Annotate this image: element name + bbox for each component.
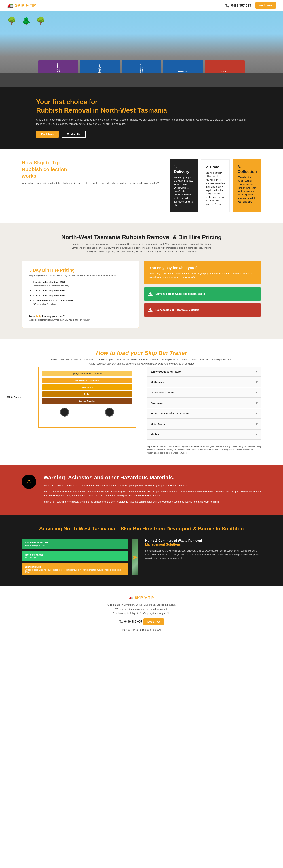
accordion-header-0[interactable]: White Goods & Furniture ▾	[147, 367, 261, 376]
asbestos-content: Warning: Asbestos and other Hazardous Ma…	[44, 474, 261, 506]
intro-book-now-button[interactable]: Book Now	[36, 130, 59, 138]
pricing-heading: North-West Tasmania Rubbish Removal & Bi…	[22, 234, 261, 241]
map-arrow-icon: ➤	[132, 553, 138, 561]
asbestos-title: Warning: Asbestos and other Hazardous Ma…	[44, 474, 261, 480]
service-section: Servicing North-West Tasmania – Skip Bin…	[0, 515, 283, 586]
load-grid: White Goods Tyres, Car Batteries, Oil & …	[22, 367, 261, 455]
pricing-left-panel: 3 Day Bin Hire Pricing All pricing below…	[22, 261, 139, 328]
accordion-panel: White Goods & Furniture ▾ Mattresses ▾ G…	[147, 367, 261, 455]
steps-row: 1. Delivery We turn up on your site with…	[170, 159, 261, 212]
service-card-free: Free Service Area No Surcharge	[22, 551, 128, 561]
intro-body: Skip Bin Hire covering Devonport, Burnie…	[36, 118, 247, 126]
pay-box-body: If you only fill the trailer 3 cubic met…	[149, 272, 255, 279]
pricing-item-3m: 3 cubic metre skip bin - $150(3 cubic me…	[33, 280, 132, 287]
skip-diagram: Tyres, Car Batteries, Oil & Paint Mattre…	[38, 367, 136, 428]
step-card-delivery: 1. Delivery We turn up on your site with…	[170, 159, 198, 212]
how-header: How Skip to Tip Rubbish collection works…	[22, 159, 261, 212]
accordion-header-6[interactable]: Timber ▾	[147, 430, 261, 439]
accordion-header-2[interactable]: Green Waste Loads ▾	[147, 388, 261, 398]
intro-heading: Your first choice for Rubbish Removal in…	[36, 98, 247, 115]
header-book-now-button[interactable]: Book Now	[255, 2, 276, 9]
footer-copyright: 2024 © Skip to Tip Rubbish Removal	[22, 628, 261, 632]
pricing-left-subtitle: All pricing below is bout yourself - 3 d…	[29, 274, 132, 277]
asbestos-warning-icon: ⚠	[22, 474, 36, 489]
accordion-list: White Goods & Furniture ▾ Mattresses ▾ G…	[147, 367, 261, 440]
chevron-down-icon: ▾	[256, 401, 257, 405]
accordion-label-1: Mattresses	[151, 381, 164, 383]
warning-green-box: ⚠ Don't mix green waste and general wast…	[144, 287, 261, 301]
warning-red-icon: ⚠	[148, 307, 152, 313]
accordion-header-1[interactable]: Mattresses ▾	[147, 377, 261, 387]
asbestos-para1: It is a basic condition of hire that no …	[44, 484, 261, 488]
accordion-header-5[interactable]: Metal Scrap ▾	[147, 419, 261, 429]
accordion-item-5: Metal Scrap ▾	[147, 419, 261, 429]
service-map: ➤	[132, 539, 138, 576]
skip-rows: Tyres, Car Batteries, Oil & Paint Mattre…	[42, 371, 132, 404]
hero-section: 🌳 🌲 🌳 Skip Bin Rentals.comVisit our webs…	[0, 11, 283, 87]
tree-icon: 🌳	[7, 17, 16, 25]
step-1-number: 1. Delivery	[174, 164, 193, 174]
chevron-down-icon: ▾	[256, 433, 257, 437]
footer-line2: We can park them anywhere, no permits re…	[22, 607, 261, 611]
step-card-load: 2. Load You fill the trailer with as muc…	[201, 159, 230, 212]
pay-box: You only pay for what you fill. If you o…	[144, 261, 261, 284]
pricing-item-6m: 6 Cubic Metre Skip bin trailer - $400(6.…	[33, 299, 132, 306]
asbestos-section: ⚠ Warning: Asbestos and other Hazardous …	[0, 465, 283, 515]
service-card-free-body: No Surcharge	[25, 557, 125, 559]
intro-buttons: Book Now Contact Us	[36, 130, 247, 138]
accordion-header-4[interactable]: Tyres, Car Batteries, Oil & Paint ▾	[147, 409, 261, 418]
service-card-extended-title: Extended Service Area	[25, 541, 125, 544]
step-2-body: You fill the trailer with as much as you…	[206, 171, 225, 206]
header-phone: 0499 587 025	[231, 4, 251, 7]
wheel-right	[105, 408, 114, 416]
accordion-item-6: Timber ▾	[147, 430, 261, 440]
accordion-header-3[interactable]: Cardboard ▾	[147, 398, 261, 408]
load-section: How to load your Skip Bin Trailer Below …	[0, 339, 283, 465]
service-heading: Servicing North-West Tasmania – Skip Bin…	[22, 526, 261, 532]
service-card-limited-body: Outside of these areas we provide limite…	[25, 569, 125, 573]
pricing-item-5m: 5 cubic metre skip bin - $350	[33, 294, 132, 298]
accordion-item-2: Green Waste Loads ▾	[147, 388, 261, 398]
footer: 🚛 SKIP ➤ TIP Skip bin hire in Devonport,…	[0, 586, 283, 638]
skip-wheels	[42, 408, 132, 416]
skip-row-2: Mattresses & Card Board	[42, 378, 132, 383]
service-right-heading: Home & Commercial Waste RemovalManagemen…	[145, 539, 261, 547]
warning-green-text: Don't mix green waste and general waste	[155, 292, 205, 295]
accordion-label-6: Timber	[151, 433, 159, 436]
service-right-body: Servicing: Devonport, Ulverstone, Latrob…	[145, 549, 261, 560]
load-diagram-wrapper: White Goods Tyres, Car Batteries, Oil & …	[22, 367, 136, 428]
skip-row-4: Timber	[42, 391, 132, 397]
skip-label-white-goods: White Goods	[7, 396, 21, 399]
skip-row-5: General Rubbish	[42, 398, 132, 404]
accordion-item-3: Cardboard ▾	[147, 398, 261, 408]
service-cards: Extended Service Area Small Surcharge Ap…	[22, 539, 128, 576]
footer-book-now-button[interactable]: Book Now	[143, 618, 164, 625]
step-card-collection: 3. Collection We collect the trailer - c…	[233, 159, 261, 212]
step-2-number: 2. Load	[206, 165, 225, 169]
loading-help-title: Need help loading your skip?	[29, 315, 132, 317]
footer-line3: You have up to 3 days to fill. Only pay …	[22, 611, 261, 615]
footer-phone-number: 0499 587 025	[124, 620, 142, 623]
service-card-limited-title: Limited Service	[25, 566, 125, 568]
tree-icon: 🌲	[22, 17, 31, 25]
service-card-limited: Limited Service Outside of these areas w…	[22, 563, 128, 576]
service-card-extended: Extended Service Area Small Surcharge Ap…	[22, 539, 128, 549]
how-title: How Skip to Tip Rubbish collection works…	[22, 159, 159, 179]
loading-help-block: Need help loading your skip? Assisted lo…	[29, 311, 132, 321]
pricing-right-panel: You only pay for what you fill. If you o…	[144, 261, 261, 328]
service-card-extended-body: Small Surcharge Applies	[25, 545, 125, 547]
pricing-section: North-West Tasmania Rubbish Removal & Bi…	[0, 223, 283, 339]
header-right: 📞 0499 587 025 Book Now	[225, 2, 276, 9]
pricing-left-title: 3 Day Bin Hire Pricing	[29, 268, 132, 273]
intro-contact-button[interactable]: Contact Us	[61, 130, 86, 138]
chevron-down-icon: ▾	[256, 380, 257, 384]
footer-logo-text: SKIP ➤ TIP	[135, 595, 154, 600]
accordion-label-2: Green Waste Loads	[151, 391, 174, 394]
pricing-subtext: Rubbish removal 7 days a week, with the …	[69, 242, 214, 253]
service-right: Home & Commercial Waste RemovalManagemen…	[145, 539, 261, 576]
warning-red-text: No Asbestos or Hazardous Materials	[155, 309, 199, 311]
accordion-label-5: Metal Scrap	[151, 423, 165, 426]
chevron-down-icon: ▾	[256, 422, 257, 426]
asbestos-para3: Information regarding the disposal and h…	[44, 500, 261, 504]
pricing-grid: 3 Day Bin Hire Pricing All pricing below…	[22, 261, 261, 328]
